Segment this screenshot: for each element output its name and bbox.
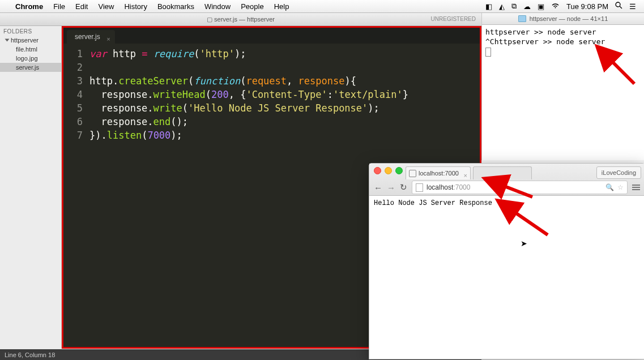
browser-chrome-head: localhost:7000 × iLoveCoding ← → ↻ local…	[369, 164, 644, 196]
svg-point-0	[616, 2, 620, 7]
menubar-people[interactable]: People	[236, 2, 268, 11]
menubar-view[interactable]: View	[93, 2, 119, 11]
menubar-bookmarks[interactable]: Bookmarks	[152, 2, 199, 11]
menubar-window[interactable]: Window	[199, 2, 236, 11]
menubar-file[interactable]: File	[48, 2, 70, 11]
reload-button[interactable]: ↻	[400, 182, 407, 192]
svg-line-1	[620, 6, 622, 8]
mouse-cursor-icon: ➤	[521, 239, 527, 248]
editor-title: ▢ server.js — httpserver	[207, 16, 275, 23]
terminal-line: httpserver >> node server	[485, 27, 641, 37]
folder-icon	[518, 15, 526, 22]
file-item-selected[interactable]: server.js	[0, 63, 61, 72]
forward-button[interactable]: →	[387, 183, 395, 192]
terminal-titlebar: httpserver — node — 41×11	[482, 13, 644, 25]
extension-ilovecoding[interactable]: iLoveCoding	[596, 166, 641, 179]
display-icon[interactable]: ⧉	[508, 2, 520, 11]
folders-sidebar: FOLDERS httpserver file.html logo.jpg se…	[0, 26, 62, 349]
back-button[interactable]: ←	[374, 183, 382, 192]
spotlight-icon[interactable]	[612, 2, 626, 11]
gdrive-icon[interactable]: ◭	[496, 2, 508, 11]
folders-header: FOLDERS	[0, 26, 61, 36]
file-item[interactable]: file.html	[0, 45, 61, 54]
menubar-app[interactable]: Chrome	[10, 2, 48, 11]
page-icon	[416, 183, 423, 192]
browser-tab-localhost[interactable]: localhost:7000 ×	[406, 166, 471, 179]
close-window-button[interactable]	[374, 167, 381, 174]
cast-icon[interactable]: ▣	[534, 2, 548, 11]
notification-center-icon[interactable]: ◧	[482, 2, 496, 11]
macos-menubar: Chrome File Edit View History Bookmarks …	[0, 0, 644, 13]
zoom-window-button[interactable]	[395, 167, 403, 174]
menu-extras-icon[interactable]: ☰	[626, 2, 639, 11]
window-controls	[374, 167, 403, 174]
hamburger-menu-icon[interactable]	[632, 185, 640, 190]
editor-unregistered: UNREGISTERED	[431, 13, 476, 25]
minimize-window-button[interactable]	[385, 167, 392, 174]
editor-titlebar: ▢ server.js — httpserver UNREGISTERED	[0, 13, 481, 26]
close-icon[interactable]: ×	[106, 32, 110, 46]
terminal-body[interactable]: httpserver >> node server ^Chttpserver >…	[482, 25, 644, 59]
cloud-icon[interactable]: ☁	[520, 2, 534, 11]
browser-tab-new[interactable]	[473, 166, 532, 179]
menubar-clock[interactable]: Tue 9:08 PM	[563, 2, 612, 11]
url-text: localhost:7000	[427, 183, 470, 191]
menubar-edit[interactable]: Edit	[70, 2, 93, 11]
menubar-history[interactable]: History	[119, 2, 152, 11]
disclosure-triangle-icon	[5, 39, 10, 42]
terminal-cursor	[485, 48, 491, 57]
editor-tab-serverjs[interactable]: server.js×	[67, 30, 115, 44]
folder-httpserver[interactable]: httpserver	[0, 36, 61, 45]
terminal-window[interactable]: httpserver — node — 41×11 httpserver >> …	[481, 13, 644, 160]
browser-window[interactable]: localhost:7000 × iLoveCoding ← → ↻ local…	[369, 163, 644, 359]
terminal-title: httpserver — node — 41×11	[530, 15, 608, 22]
menubar-help[interactable]: Help	[269, 2, 295, 11]
file-item[interactable]: logo.jpg	[0, 54, 61, 63]
favicon-icon	[409, 170, 416, 177]
page-content: Hello Node JS Server Response	[369, 196, 644, 211]
wifi-icon[interactable]	[548, 2, 563, 11]
desktop: ▢ server.js — httpserver UNREGISTERED FO…	[0, 13, 644, 360]
browser-toolbar: ← → ↻ localhost:7000 🔍 ☆	[369, 179, 644, 195]
terminal-line: ^Chttpserver >> node server	[485, 37, 641, 46]
editor-tabs: server.js×	[63, 28, 480, 44]
bookmark-star-icon[interactable]: ☆	[617, 183, 624, 191]
search-hint-icon: 🔍	[605, 183, 614, 191]
code-content[interactable]: 1var http = require('http'); 2 3http.cre…	[63, 44, 480, 142]
address-bar[interactable]: localhost:7000 🔍 ☆	[412, 181, 628, 194]
